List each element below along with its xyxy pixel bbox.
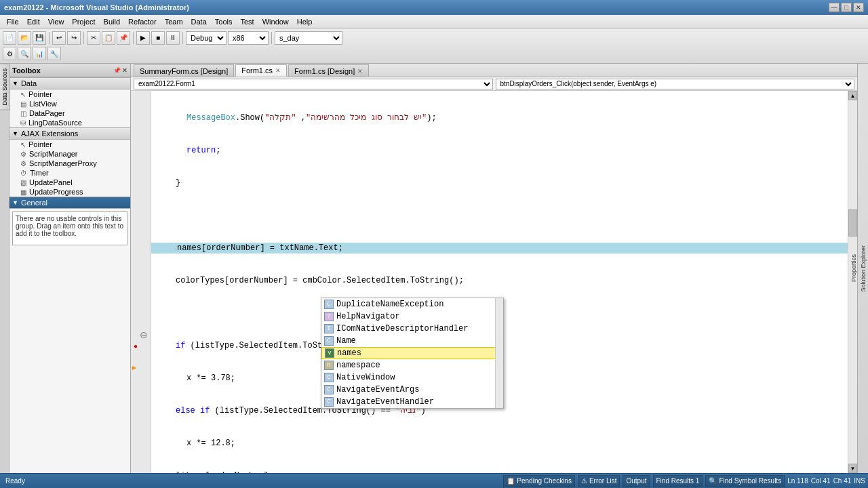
- tab-form1design-close[interactable]: ✕: [357, 68, 363, 75]
- tb-redo[interactable]: ↪: [67, 31, 81, 45]
- ac-item-helpnavigator[interactable]: ? HelpNavigator: [321, 310, 503, 323]
- code-content[interactable]: MessageBox.Show("יש לבחור סוג מיכל מהרשי…: [151, 91, 848, 473]
- code-editor: ⊖ MessageBox.Show("יש לבחור סוג מיכל מהר…: [131, 91, 857, 473]
- ac-item-duplicate[interactable]: C DuplicateNameException: [321, 298, 503, 310]
- tab-form1design[interactable]: Form1.cs [Design] ✕: [288, 64, 369, 77]
- menu-data[interactable]: Data: [187, 16, 211, 27]
- toolbar-row-2: ⚙ 🔍 📊 🔧: [3, 46, 865, 62]
- tb-copy[interactable]: 📋: [102, 31, 115, 45]
- tab-summaryform-label: SummaryForm.cs [Design]: [140, 67, 228, 75]
- ac-item-name[interactable]: C Name: [321, 335, 503, 347]
- toolbox-item-scriptmanager[interactable]: ⚙ ScriptManager: [9, 149, 130, 159]
- status-error-list[interactable]: ⚠ Error List: [578, 475, 620, 487]
- toolbox-item-pointer2[interactable]: ↖ Pointer: [9, 140, 130, 149]
- close-button[interactable]: ✕: [853, 3, 864, 12]
- toolbox-section-data-header[interactable]: ▼ Data: [9, 77, 130, 89]
- menu-team[interactable]: Team: [161, 16, 187, 27]
- minimize-button[interactable]: —: [829, 3, 840, 12]
- toolbox-item-timer[interactable]: ⏱ Timer: [9, 168, 130, 178]
- debug-config-combo[interactable]: Debug: [186, 31, 226, 45]
- window-title: exam20122 - Microsoft Visual Studio (Adm…: [4, 3, 189, 12]
- ac-item-icom[interactable]: I IComNativeDescriptorHandler: [321, 323, 503, 335]
- listview-icon: ▤: [20, 100, 26, 108]
- menu-file[interactable]: File: [3, 16, 23, 27]
- menu-edit[interactable]: Edit: [23, 16, 44, 27]
- ac-item-names[interactable]: v names: [321, 347, 503, 359]
- ac-item-nativewindow[interactable]: C NativeWindow: [321, 371, 503, 384]
- ac-text-navigateeventargs: NavigateEventArgs: [336, 385, 419, 394]
- ac-item-navigateeventargs[interactable]: C NavigateEventArgs: [321, 384, 503, 396]
- tb-save[interactable]: 💾: [33, 31, 46, 45]
- toolbox-close-icon[interactable]: ✕: [122, 67, 127, 74]
- ac-icon-namespace: n: [324, 361, 334, 370]
- menu-project[interactable]: Project: [68, 16, 99, 27]
- code-gutter: ⊖: [131, 91, 151, 473]
- ac-item-navigateeventhandler[interactable]: C NavigateEventHandler: [321, 396, 503, 408]
- tb-debug-start[interactable]: ▶: [136, 31, 150, 45]
- tb-cut[interactable]: ✂: [87, 31, 100, 45]
- tb-misc4[interactable]: 🔧: [47, 47, 61, 60]
- tab-form1cs[interactable]: Form1.cs ✕: [235, 64, 287, 77]
- maximize-button[interactable]: □: [841, 3, 852, 12]
- toolbox-section-ajax-header[interactable]: ▼ AJAX Extensions: [9, 127, 130, 140]
- gutter-4: [131, 123, 151, 134]
- properties-tab[interactable]: Properties: [849, 249, 859, 287]
- ac-text-duplicate: DuplicateNameException: [336, 300, 443, 309]
- status-find-results[interactable]: Find Results 1: [653, 475, 703, 487]
- toolbox-item-scriptmanagerproxy[interactable]: ⚙ ScriptManagerProxy: [9, 159, 130, 168]
- ac-text-icom: IComNativeDescriptorHandler: [336, 324, 468, 333]
- tab-form1cs-close[interactable]: ✕: [275, 67, 281, 74]
- tb-paste[interactable]: 📌: [117, 31, 130, 45]
- method-selector[interactable]: btnDisplayOrders_Click(object sender, Ev…: [496, 79, 855, 89]
- tab-summaryform[interactable]: SummaryForm.cs [Design]: [134, 64, 234, 77]
- tb-misc3[interactable]: 📊: [33, 47, 46, 60]
- tb-undo[interactable]: ↩: [52, 31, 66, 45]
- status-col: Col 41: [811, 477, 831, 485]
- platform-combo[interactable]: x86: [228, 31, 269, 45]
- toolbox-item-listview[interactable]: ▤ ListView: [9, 99, 130, 108]
- menu-window[interactable]: Window: [258, 16, 293, 27]
- config-name-combo[interactable]: s_day: [275, 31, 342, 45]
- toolbox-item-updateprogress[interactable]: ▦ UpdateProgress: [9, 187, 130, 197]
- tb-misc1[interactable]: ⚙: [3, 47, 16, 60]
- tb-new[interactable]: 📄: [3, 31, 16, 45]
- tb-debug-pause[interactable]: ⏸: [166, 31, 180, 45]
- menu-refactor[interactable]: Refactor: [124, 16, 161, 27]
- toolbox-item-updatepanel[interactable]: ▧ UpdatePanel: [9, 178, 130, 187]
- status-output[interactable]: Output: [623, 475, 650, 487]
- toolbox-item-lingdata[interactable]: ⛁ LingDataSource: [9, 118, 130, 127]
- menu-build[interactable]: Build: [100, 16, 124, 27]
- toolbox-item-pointer1[interactable]: ↖ Pointer: [9, 89, 130, 99]
- toolbox-general-text: There are no usable controls in this gro…: [16, 215, 123, 237]
- toolbox-panel: Data Sources Toolbox 📌 ✕ ▼ Data: [0, 64, 131, 473]
- gutter-25: [131, 351, 151, 362]
- menu-tools[interactable]: Tools: [211, 16, 237, 27]
- class-selector[interactable]: exam20122.Form1: [134, 79, 493, 89]
- menu-view[interactable]: View: [44, 16, 68, 27]
- status-ch: Ch 41: [833, 477, 852, 485]
- status-find-symbol[interactable]: 🔍 Find Symbol Results: [705, 475, 785, 487]
- solution-explorer-tab[interactable]: Solution Explorer: [859, 240, 868, 298]
- tb-debug-stop[interactable]: ■: [151, 31, 165, 45]
- ac-text-names: names: [337, 348, 361, 358]
- status-line: Ln 118: [787, 477, 808, 485]
- toolbox-pin-icon[interactable]: 📌: [113, 67, 121, 74]
- scroll-down-btn[interactable]: ▼: [848, 464, 857, 473]
- toolbox-general-info: There are no usable controls in this gro…: [12, 211, 127, 245]
- data-sources-tab[interactable]: Data Sources: [0, 64, 10, 110]
- tb-open[interactable]: 📂: [18, 31, 31, 45]
- menu-test[interactable]: Test: [237, 16, 258, 27]
- autocomplete-scrollbar[interactable]: [495, 298, 503, 408]
- toolbox-section-general-header[interactable]: ▼ General: [9, 197, 130, 209]
- ac-text-nativewindow: NativeWindow: [336, 373, 395, 382]
- toolbox-section-ajax: ▼ AJAX Extensions ↖ Pointer ⚙ ScriptMana…: [9, 127, 130, 197]
- menu-help[interactable]: Help: [293, 16, 317, 27]
- status-pending-checkins[interactable]: 📋 Pending Checkins: [503, 475, 575, 487]
- autocomplete-popup: C DuplicateNameException ? HelpNavigator…: [321, 298, 504, 409]
- scroll-up-btn[interactable]: ▲: [848, 91, 857, 100]
- tb-misc2[interactable]: 🔍: [18, 47, 31, 60]
- gutter-21: [131, 308, 151, 319]
- scroll-thumb[interactable]: [848, 209, 857, 237]
- toolbox-item-datapager[interactable]: ◫ DataPager: [9, 108, 130, 118]
- ac-item-namespace[interactable]: n namespace: [321, 359, 503, 371]
